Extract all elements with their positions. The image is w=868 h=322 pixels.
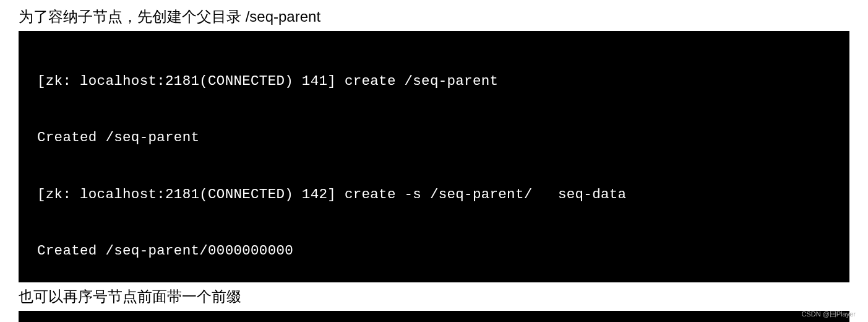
terminal-line: [zk: localhost:2181(CONNECTED) 142] crea… <box>37 185 843 204</box>
terminal-output-2: Created /seq-parent/0000000000 [zk: loca… <box>19 311 849 322</box>
terminal-line: Created /seq-parent <box>37 128 843 147</box>
terminal-line: [zk: localhost:2181(CONNECTED) 141] crea… <box>37 72 843 90</box>
description-text-1: 为了容纳子节点，先创建个父目录 /seq-parent <box>0 2 868 31</box>
description-text-2: 也可以再序号节点前面带一个前缀 <box>0 282 868 311</box>
watermark-text: CSDN @回Player <box>801 310 856 319</box>
terminal-output-1: [zk: localhost:2181(CONNECTED) 141] crea… <box>19 31 849 283</box>
terminal-line: Created /seq-parent/0000000000 <box>37 242 843 260</box>
